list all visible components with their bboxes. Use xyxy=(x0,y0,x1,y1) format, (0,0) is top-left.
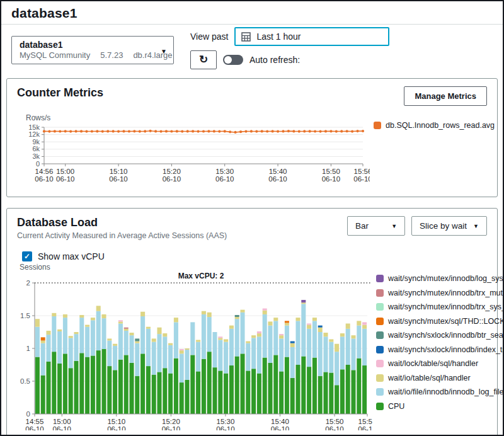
svg-text:15:50: 15:50 xyxy=(322,168,340,175)
svg-text:1: 1 xyxy=(26,345,30,352)
counter-metrics-chart[interactable]: 15k12k9k6k3k014:5606-1015:0006-1015:1006… xyxy=(16,122,370,188)
svg-text:06-10: 06-10 xyxy=(35,175,53,183)
svg-text:1.5: 1.5 xyxy=(20,312,30,319)
legend-item[interactable]: wait/synch/mutex/sql/THD::LOCK_quer xyxy=(376,317,504,326)
auto-refresh-toggle[interactable] xyxy=(223,55,243,65)
svg-text:15:10: 15:10 xyxy=(110,168,128,175)
svg-text:15:20: 15:20 xyxy=(163,168,181,175)
legend-swatch xyxy=(376,388,384,396)
svg-text:Max vCPU: 2: Max vCPU: 2 xyxy=(178,272,224,280)
legend-label: db.SQL.Innodb_rows_read.avg xyxy=(386,121,495,130)
counter-metrics-title: Counter Metrics xyxy=(17,86,103,100)
svg-text:06-10: 06-10 xyxy=(353,175,370,183)
legend-item[interactable]: wait/synch/mutex/innodb/trx_mutex xyxy=(376,289,504,297)
slice-by-value: Slice by wait xyxy=(420,221,467,231)
svg-text:14:55: 14:55 xyxy=(26,418,44,425)
legend-label: wait/synch/mutex/innodb/trx_mutex xyxy=(388,289,504,297)
database-load-title: Database Load xyxy=(17,216,227,229)
chevron-down-icon: ▼ xyxy=(161,48,167,55)
show-max-vcpu-label: Show max vCPU xyxy=(38,251,105,261)
svg-text:15:56: 15:56 xyxy=(354,168,370,175)
svg-text:06-10: 06-10 xyxy=(358,425,372,430)
svg-text:06-10: 06-10 xyxy=(216,425,234,430)
svg-text:06-10: 06-10 xyxy=(25,425,43,430)
time-range-input[interactable]: Last 1 hour xyxy=(234,27,389,46)
legend-label: wait/synch/mutex/innodb/trx_sys_mut xyxy=(388,302,504,311)
svg-text:9k: 9k xyxy=(32,138,40,146)
legend-item[interactable]: db.SQL.Innodb_rows_read.avg xyxy=(374,121,495,130)
svg-text:15:50: 15:50 xyxy=(326,418,344,425)
svg-text:15:40: 15:40 xyxy=(269,168,287,175)
load-ylabel: Sessions xyxy=(20,263,372,272)
database-selector[interactable]: database1 MySQL Community 5.7.23 db.r4.l… xyxy=(11,36,174,64)
legend-item[interactable]: wait/synch/mutex/innodb/trx_sys_mut xyxy=(376,302,504,311)
svg-text:15:00: 15:00 xyxy=(56,168,74,175)
slice-by-dropdown[interactable]: Slice by wait ▼ xyxy=(411,216,487,236)
counter-legend: db.SQL.Innodb_rows_read.avg xyxy=(374,121,495,190)
legend-label: CPU xyxy=(388,402,404,411)
page-header: database1 xyxy=(1,1,503,25)
legend-label: wait/io/file/innodb/innodb_log_file xyxy=(388,387,503,396)
svg-text:0.5: 0.5 xyxy=(20,377,30,385)
refresh-icon: ↻ xyxy=(199,54,208,66)
legend-swatch xyxy=(376,346,384,353)
legend-item[interactable]: wait/io/table/sql/handler xyxy=(376,374,504,382)
db-engine: MySQL Community xyxy=(20,50,90,60)
load-chart-area: Sessions 00.511.52Max vCPU: 214:5506-101… xyxy=(7,261,497,436)
legend-item[interactable]: wait/synch/sxlock/innodb/btr_search xyxy=(376,331,504,340)
time-range-value: Last 1 hour xyxy=(256,32,301,42)
database-load-panel: Database Load Current Activity Measured … xyxy=(6,208,498,436)
legend-item[interactable]: CPU xyxy=(376,402,504,411)
legend-swatch xyxy=(374,122,381,129)
database-load-subtitle: Current Activity Measured in Average Act… xyxy=(17,231,227,240)
legend-swatch xyxy=(376,318,384,325)
legend-swatch xyxy=(376,331,384,339)
database-load-chart[interactable]: 00.511.52Max vCPU: 214:5506-1015:0006-10… xyxy=(16,272,372,430)
chart-type-dropdown[interactable]: Bar ▼ xyxy=(347,216,405,236)
show-max-vcpu-row: ✓ Show max vCPU xyxy=(7,244,497,261)
chevron-down-icon: ▼ xyxy=(473,223,479,229)
svg-text:06-10: 06-10 xyxy=(271,425,289,430)
svg-text:06-10: 06-10 xyxy=(322,175,340,183)
svg-text:6k: 6k xyxy=(32,145,40,152)
legend-item[interactable]: wait/synch/sxlock/innodb/index_tree xyxy=(376,345,504,354)
chevron-down-icon: ▼ xyxy=(391,223,397,229)
svg-text:15:40: 15:40 xyxy=(271,418,289,425)
auto-refresh-label: Auto refresh: xyxy=(249,55,300,65)
svg-text:15:30: 15:30 xyxy=(217,418,235,425)
svg-text:15:00: 15:00 xyxy=(53,418,71,425)
legend-label: wait/synch/sxlock/innodb/btr_search xyxy=(388,331,504,340)
svg-text:2: 2 xyxy=(26,279,30,287)
legend-label: wait/io/table/sql/handler xyxy=(388,374,471,382)
counter-metrics-panel: Counter Metrics Manage Metrics Rows/s 15… xyxy=(6,78,498,197)
svg-text:15k: 15k xyxy=(28,123,40,131)
legend-item[interactable]: wait/synch/mutex/innodb/log_sys_wri xyxy=(376,274,504,283)
svg-text:15:20: 15:20 xyxy=(162,418,180,425)
legend-item[interactable]: wait/lock/table/sql/handler xyxy=(376,359,504,368)
svg-text:15:30: 15:30 xyxy=(215,168,234,175)
counter-chart-area: Rows/s 15k12k9k6k3k014:5606-1015:0006-10… xyxy=(7,110,497,197)
chart-type-value: Bar xyxy=(355,221,369,231)
svg-text:06-10: 06-10 xyxy=(268,175,287,183)
legend-label: wait/lock/table/sql/handler xyxy=(388,359,478,368)
page-title: database1 xyxy=(11,6,493,21)
calendar-icon xyxy=(241,32,251,42)
svg-text:06-10: 06-10 xyxy=(215,175,234,183)
legend-label: wait/synch/mutex/sql/THD::LOCK_quer xyxy=(388,317,504,326)
load-legend: wait/synch/mutex/innodb/log_sys_wriwait/… xyxy=(376,274,504,433)
svg-text:15:56: 15:56 xyxy=(358,418,372,425)
manage-metrics-button[interactable]: Manage Metrics xyxy=(404,86,487,106)
svg-text:06-10: 06-10 xyxy=(109,175,127,183)
svg-text:3k: 3k xyxy=(32,152,40,160)
svg-text:06-10: 06-10 xyxy=(162,425,180,430)
legend-swatch xyxy=(376,289,384,297)
legend-swatch xyxy=(376,275,384,282)
svg-text:15:10: 15:10 xyxy=(107,418,125,425)
show-max-vcpu-checkbox[interactable]: ✓ xyxy=(22,251,32,261)
legend-item[interactable]: wait/io/file/innodb/innodb_log_file xyxy=(376,387,504,396)
legend-swatch xyxy=(376,374,384,382)
svg-text:0: 0 xyxy=(26,410,30,418)
legend-swatch xyxy=(376,403,384,410)
view-past-label: View past xyxy=(190,32,228,42)
refresh-button[interactable]: ↻ xyxy=(190,50,217,69)
